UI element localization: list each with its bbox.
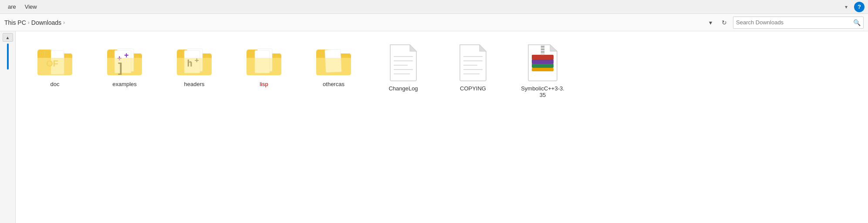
file-label-doc: doc: [51, 81, 60, 87]
search-icon[interactable]: 🔍: [853, 19, 861, 26]
scroll-up-button[interactable]: ▲: [3, 33, 13, 42]
copying-file-icon: [456, 43, 490, 82]
folder-lisp-icon: [244, 43, 284, 77]
folder-doc-icon: OF: [35, 43, 74, 77]
file-item-symboliccpp[interactable]: SymbolicC++3-3.35: [517, 40, 569, 101]
file-item-othercas[interactable]: othercas: [307, 40, 360, 90]
file-item-headers[interactable]: h + headers: [168, 40, 220, 90]
address-bar: This PC › Downloads › ▾ ↻ 🔍: [0, 14, 868, 31]
dropdown-button[interactable]: ▾: [704, 17, 716, 29]
file-label-symboliccpp: SymbolicC++3-3.35: [521, 85, 564, 98]
breadcrumb-thispc[interactable]: This PC: [4, 19, 26, 26]
left-panel: ▲: [0, 31, 16, 223]
address-actions: ▾ ↻: [704, 17, 730, 29]
svg-rect-31: [541, 49, 544, 50]
file-label-lisp: lisp: [260, 81, 268, 87]
search-input[interactable]: [736, 19, 853, 26]
menu-collapse-button[interactable]: ▾: [840, 1, 852, 13]
help-button[interactable]: ?: [854, 2, 865, 12]
file-label-changelog: ChangeLog: [388, 85, 418, 92]
file-item-examples[interactable]: + + ] examples: [98, 40, 151, 90]
file-item-doc[interactable]: OF doc: [29, 40, 81, 90]
svg-rect-32: [541, 51, 544, 53]
svg-rect-28: [532, 68, 554, 71]
refresh-button[interactable]: ↻: [718, 17, 730, 29]
svg-rect-25: [532, 63, 554, 68]
menu-item-are[interactable]: are: [3, 2, 20, 12]
breadcrumb-sep1: ›: [28, 20, 30, 26]
nav-indicator: [7, 43, 9, 70]
svg-rect-27: [532, 55, 554, 60]
changelog-file-icon: [386, 43, 421, 82]
folder-othercas-icon: [314, 43, 353, 77]
search-box: 🔍: [733, 17, 864, 29]
breadcrumb-downloads[interactable]: Downloads: [31, 19, 61, 26]
file-area: OF doc + + ] examples: [16, 31, 868, 223]
file-label-copying: COPYING: [460, 85, 486, 92]
file-item-changelog[interactable]: ChangeLog: [377, 40, 429, 94]
file-item-copying[interactable]: COPYING: [447, 40, 499, 94]
main-area: ▲ OF doc: [0, 31, 868, 223]
menu-bar: are View ▾ ?: [0, 0, 868, 14]
file-label-headers: headers: [184, 81, 205, 87]
folder-headers-icon: h +: [175, 43, 214, 77]
folder-examples-icon: + + ]: [105, 43, 144, 77]
svg-rect-30: [541, 46, 544, 47]
breadcrumb: This PC › Downloads ›: [4, 19, 65, 26]
file-label-othercas: othercas: [323, 81, 344, 87]
breadcrumb-sep2: ›: [63, 20, 65, 26]
svg-rect-26: [532, 59, 554, 64]
file-label-examples: examples: [112, 81, 137, 87]
menu-item-view[interactable]: View: [20, 2, 41, 12]
file-item-lisp[interactable]: lisp: [238, 40, 290, 90]
zip-file-icon: [523, 43, 562, 82]
